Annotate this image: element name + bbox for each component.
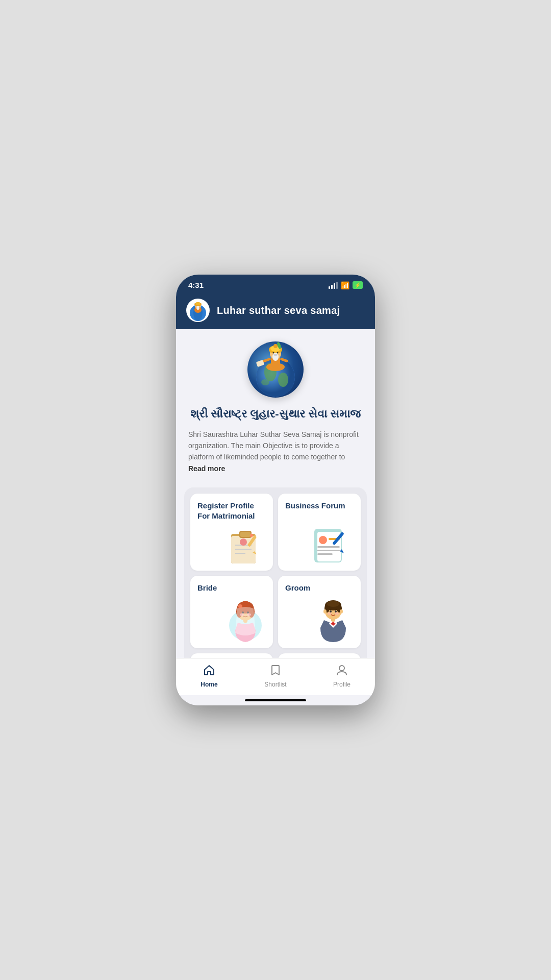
card-bride[interactable]: Bride (190, 576, 273, 648)
svg-point-67 (328, 612, 332, 615)
read-more-link[interactable]: Read more (188, 464, 225, 473)
svg-rect-42 (317, 550, 340, 551)
header-title: Luhar suthar seva samaj (217, 305, 340, 316)
home-indicator-area (176, 695, 375, 705)
hero-description: Shri Saurashtra Luhar Suthar Seva Samaj … (186, 429, 365, 475)
hero-title: શ્રી સૌરાષ્ટ્ર લુહાર-સુથાર સેવા સમાજ (190, 407, 361, 422)
card-news[interactable]: News (278, 653, 361, 658)
nav-shortlist[interactable]: Shortlist (242, 664, 309, 688)
content-area: શ્રી સૌરાષ્ટ્ર લુહાર-સુથાર સેવા સમાજ Shr… (176, 329, 375, 658)
svg-point-66 (335, 610, 337, 612)
status-bar: 4:31 📶 ⚡ (176, 275, 375, 293)
svg-point-57 (238, 604, 242, 608)
profile-icon (335, 664, 348, 679)
home-icon (203, 664, 216, 679)
card-business-image (285, 515, 354, 566)
svg-point-33 (240, 538, 247, 546)
svg-point-69 (323, 609, 327, 614)
nav-profile[interactable]: Profile (309, 664, 375, 688)
card-bride-image (197, 597, 266, 643)
battery-icon: ⚡ (353, 281, 363, 289)
card-business-title: Business Forum (285, 501, 354, 511)
shortlist-icon (269, 664, 282, 679)
svg-point-39 (319, 536, 327, 544)
status-icons: 📶 ⚡ (329, 281, 363, 289)
hero-section: શ્રી સૌરાષ્ટ્ર લુહાર-સુથાર સેવા સમાજ Shr… (176, 329, 375, 482)
svg-point-17 (273, 344, 278, 348)
card-groom-title: Groom (285, 583, 354, 593)
svg-point-64 (327, 601, 339, 607)
svg-rect-43 (317, 553, 333, 555)
card-groom-image (285, 597, 354, 643)
svg-point-65 (330, 610, 332, 612)
card-matrimonial-image (197, 525, 266, 566)
bottom-nav: Home Shortlist Profile (176, 658, 375, 695)
svg-point-10 (278, 373, 288, 387)
hero-image (247, 341, 304, 398)
card-business[interactable]: Business Forum (278, 494, 361, 571)
grid-container: Register Profile For Matrimonial (184, 487, 367, 658)
svg-point-4 (195, 302, 201, 305)
svg-point-11 (261, 379, 269, 385)
nav-home-label: Home (201, 681, 217, 688)
grid-section: Register Profile For Matrimonial (176, 482, 375, 658)
card-groom[interactable]: Groom (278, 576, 361, 648)
svg-point-58 (332, 623, 334, 625)
svg-point-70 (340, 609, 343, 614)
phone-frame: 4:31 📶 ⚡ (176, 275, 375, 705)
nav-shortlist-label: Shortlist (264, 681, 286, 688)
svg-point-22 (273, 354, 278, 356)
card-matrimonial[interactable]: Register Profile For Matrimonial (190, 494, 273, 571)
card-bride-title: Bride (197, 583, 266, 593)
wifi-icon: 📶 (341, 281, 349, 289)
nav-home[interactable]: Home (176, 664, 242, 688)
app-logo (186, 299, 210, 322)
svg-point-52 (241, 601, 249, 608)
svg-point-6 (196, 306, 199, 310)
svg-point-71 (339, 666, 344, 671)
app-header: Luhar suthar seva samaj (176, 293, 375, 329)
home-indicator (245, 699, 306, 701)
nav-profile-label: Profile (333, 681, 350, 688)
svg-rect-41 (317, 546, 340, 548)
signal-icon (329, 282, 338, 289)
svg-rect-29 (240, 532, 251, 537)
card-gallery[interactable]: Gallery (190, 653, 273, 658)
svg-point-68 (335, 612, 339, 615)
time: 4:31 (188, 281, 204, 289)
card-matrimonial-title: Register Profile For Matrimonial (197, 501, 266, 521)
